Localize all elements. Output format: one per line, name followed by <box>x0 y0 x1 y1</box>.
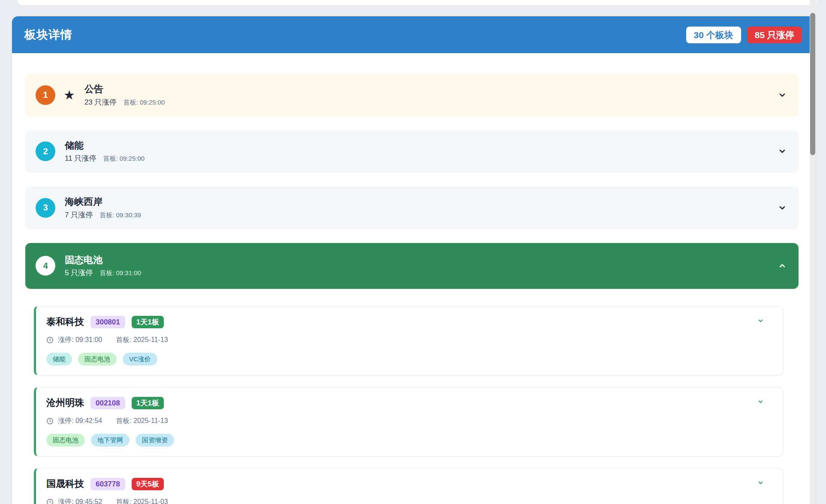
sector-limit-up-count: 5 只涨停 <box>65 268 93 278</box>
streak-badge: 9天5板 <box>132 478 164 490</box>
stock-meta: 涨停: 09:45:52 首板: 2025-11-03 <box>46 498 772 504</box>
sector-limit-up-count: 23 只涨停 <box>84 97 117 107</box>
stock-meta: 涨停: 09:31:00 首板: 2025-11-13 <box>46 336 772 345</box>
sector-row-haixia-xian[interactable]: 3 海峡西岸 7 只涨停 首板: 09:30:39 <box>25 186 799 229</box>
chevron-down-icon <box>778 204 787 212</box>
previous-card-edge <box>17 0 817 5</box>
clock-icon <box>46 498 54 504</box>
stock-name: 国晟科技 <box>46 477 84 490</box>
panel-header: 板块详情 30 个板块 85 只涨停 <box>12 16 816 53</box>
sector-text: 储能 11 只涨停 首板: 09:25:00 <box>65 140 145 164</box>
limit-up-time: 涨停: 09:31:00 <box>58 336 102 345</box>
concept-tag: 国资增资 <box>136 434 174 447</box>
stock-meta: 涨停: 09:42:54 首板: 2025-11-13 <box>46 417 772 426</box>
sector-detail-panel: 板块详情 30 个板块 85 只涨停 1 ★ 公告 23 只涨停 首板: 09:… <box>12 16 816 504</box>
first-board-date: 首板: 2025-11-13 <box>116 336 168 345</box>
chevron-up-icon <box>778 261 787 270</box>
sector-text: 固态电池 5 只涨停 首板: 09:31:00 <box>65 254 141 278</box>
sector-row-gutai-dianchi[interactable]: 4 固态电池 5 只涨停 首板: 09:31:00 <box>25 243 799 289</box>
chevron-down-icon <box>778 91 787 99</box>
sector-name: 固态电池 <box>65 254 141 266</box>
sector-name: 公告 <box>84 83 165 95</box>
rank-badge: 3 <box>36 198 55 218</box>
chevron-down-icon <box>757 399 764 405</box>
stock-code-badge: 300801 <box>90 316 125 328</box>
first-board-date: 首板: 2025-11-13 <box>116 417 168 426</box>
sector-text: 海峡西岸 7 只涨停 首板: 09:30:39 <box>65 196 141 220</box>
first-board-date: 首板: 2025-11-03 <box>116 498 168 504</box>
stock-card-cangzhou-mingzhu[interactable]: 沧州明珠 002108 1天1板 涨停: 09:42:54 首板: 2025-1… <box>34 387 783 456</box>
clock-icon <box>46 336 54 344</box>
concept-tag: 储能 <box>46 353 72 366</box>
sector-list: 1 ★ 公告 23 只涨停 首板: 09:25:00 2 储能 11 只涨停 首… <box>12 53 816 504</box>
sector-row-chuneng[interactable]: 2 储能 11 只涨停 首板: 09:25:00 <box>25 130 799 173</box>
concept-tag: 固态电池 <box>46 434 85 447</box>
sector-first-board-time: 首板: 09:25:00 <box>124 99 165 107</box>
sector-row-gonggao[interactable]: 1 ★ 公告 23 只涨停 首板: 09:25:00 <box>25 74 799 117</box>
sector-count-badge: 30 个板块 <box>686 27 741 43</box>
sector-first-board-time: 首板: 09:30:39 <box>99 211 141 219</box>
concept-tags: 固态电池 地下管网 国资增资 <box>46 434 772 447</box>
stock-name: 泰和科技 <box>46 315 84 328</box>
stock-code-badge: 002108 <box>90 397 125 409</box>
chevron-down-icon <box>778 147 787 156</box>
concept-tags: 储能 固态电池 VC涨价 <box>46 353 772 366</box>
scrollbar-track[interactable] <box>810 0 816 504</box>
sector-name: 储能 <box>65 140 145 152</box>
page-title: 板块详情 <box>24 27 72 42</box>
sector-text: 公告 23 只涨停 首板: 09:25:00 <box>84 83 165 107</box>
concept-tag: 固态电池 <box>78 353 117 366</box>
sector-name: 海峡西岸 <box>65 196 141 208</box>
limit-up-time: 涨停: 09:42:54 <box>58 417 102 426</box>
sector-first-board-time: 首板: 09:25:00 <box>103 155 145 163</box>
sector-limit-up-count: 11 只涨停 <box>65 153 96 163</box>
rank-badge: 4 <box>36 256 55 276</box>
streak-badge: 1天1板 <box>132 397 164 409</box>
stock-code-badge: 603778 <box>90 478 125 490</box>
streak-badge: 1天1板 <box>132 316 164 328</box>
chevron-down-icon <box>757 480 764 486</box>
clock-icon <box>46 417 54 425</box>
star-icon: ★ <box>63 89 75 102</box>
limit-up-time: 涨停: 09:45:52 <box>58 498 102 504</box>
concept-tag: VC涨价 <box>123 353 157 366</box>
sector-limit-up-count: 7 只涨停 <box>65 210 93 220</box>
sector-first-board-time: 首板: 09:31:00 <box>99 269 141 277</box>
chevron-down-icon <box>757 318 764 324</box>
stock-card-taihe-keji[interactable]: 泰和科技 300801 1天1板 涨停: 09:31:00 首板: 2025-1… <box>34 306 783 375</box>
concept-tag: 地下管网 <box>91 434 130 447</box>
scrollbar-thumb[interactable] <box>810 13 815 155</box>
rank-badge: 2 <box>36 141 55 161</box>
stock-card-guosheng-keji[interactable]: 国晟科技 603778 9天5板 涨停: 09:45:52 首板: 2025-1… <box>34 468 783 504</box>
limit-up-count-badge: 85 只涨停 <box>747 27 802 43</box>
header-badges: 30 个板块 85 只涨停 <box>686 27 802 43</box>
rank-badge: 1 <box>36 85 55 105</box>
stock-name: 沧州明珠 <box>46 396 84 409</box>
